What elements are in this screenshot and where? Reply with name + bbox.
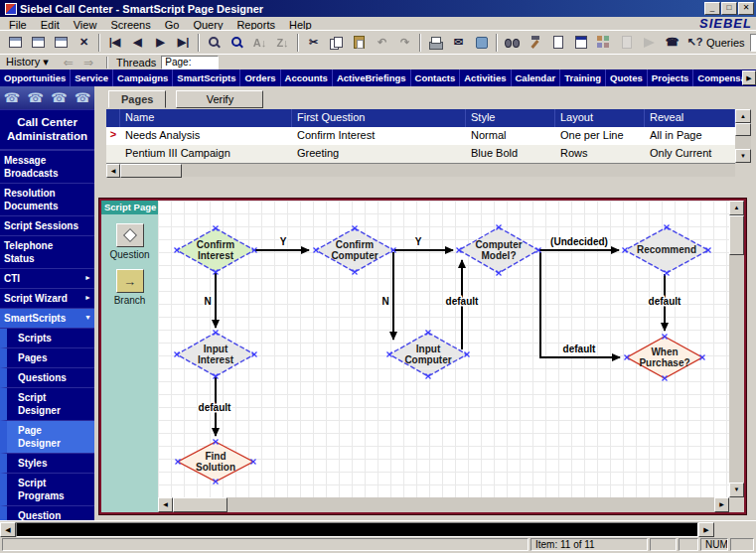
scroll-left-icon[interactable]: ◀ [106,164,120,178]
edit-record-icon[interactable] [50,33,73,53]
branch-tool-button[interactable]: → [116,269,144,293]
screen-tab-service[interactable]: Service [71,69,113,86]
print-icon[interactable] [424,33,447,53]
history-dropdown[interactable]: History ▾ [6,56,49,69]
column-header-name[interactable]: Name [120,109,292,127]
cut-icon[interactable]: ✂ [302,33,325,53]
screen-tab-activebriefings[interactable]: ActiveBriefings [333,69,411,86]
sidebar-item-page-designer[interactable]: Page Designer [0,421,94,454]
sidebar-item-script-wizard[interactable]: Script Wizard► [0,289,94,309]
table-cell[interactable]: Rows [555,145,645,163]
scrollbar-thumb[interactable] [735,123,751,136]
scroll-right-icon[interactable]: ▶ [698,522,714,537]
minimize-button[interactable]: _ [704,2,720,15]
new-record-icon[interactable] [27,33,50,53]
table-vertical-scrollbar[interactable]: ▲ ▼ [735,109,751,163]
find-icon[interactable] [501,33,524,53]
scroll-up-icon[interactable]: ▲ [735,109,751,123]
sidebar-item-cti[interactable]: CTI► [0,269,94,289]
table-cell[interactable]: Confirm Interest [292,127,466,145]
sidebar-item-script-designer[interactable]: Script Designer [0,388,94,421]
share-icon[interactable] [470,33,493,53]
sidebar-item-scripts[interactable]: Scripts [0,329,94,348]
queries-value[interactable] [751,35,756,51]
sidebar-item-script-sessions[interactable]: Script Sessions [0,216,94,236]
next-record-icon[interactable]: ▶ [149,33,172,53]
table-cell[interactable]: One per Line [555,127,645,145]
question-tool-button[interactable] [116,223,144,247]
screen-tab-opportunities[interactable]: Opportunities [0,69,71,86]
screen-tab-orders[interactable]: Orders [240,69,280,86]
execute-query-icon[interactable] [226,33,248,53]
table-row[interactable]: Pentium III CampaignGreetingBlue BoldRow… [106,145,735,163]
scrollbar-thumb[interactable] [173,497,227,512]
new-document-icon[interactable] [546,33,569,53]
last-record-icon[interactable]: ▶| [172,33,195,53]
sidebar-item-pages[interactable]: Pages [0,348,94,368]
app-horizontal-scrollbar[interactable]: ◀ ▶ [0,520,756,537]
tools-icon[interactable] [524,33,546,53]
screen-tab-projects[interactable]: Projects [648,69,694,86]
catalog-icon[interactable] [592,33,615,53]
palette-item-question[interactable]: Question [109,223,149,260]
table-cell[interactable]: Needs Analysis [120,127,292,145]
tab-scroll-right-icon[interactable]: ▶ [742,70,756,85]
copy-icon[interactable] [325,33,348,53]
scroll-left-icon[interactable]: ◀ [158,497,173,512]
palette-item-branch[interactable]: → Branch [114,269,146,306]
menu-file[interactable]: File [2,19,34,31]
screen-tab-accounts[interactable]: Accounts [281,69,333,86]
flow-edge-6[interactable] [540,252,620,357]
flow-node-recommend[interactable]: Recommend [623,225,711,276]
sidebar-item-question-programs[interactable]: Question Programs [0,506,94,520]
scrollbar-thumb[interactable] [120,164,182,178]
queries-combobox[interactable]: ▼ [750,34,756,52]
table-cell[interactable]: Blue Bold [466,145,555,163]
menu-view[interactable]: View [67,19,104,31]
undo-icon[interactable]: ↶ [371,33,393,53]
add-record-icon[interactable] [4,33,27,53]
thread-page-field[interactable]: Page: [161,56,219,69]
menu-reports[interactable]: Reports [229,19,282,31]
screen-tab-campaigns[interactable]: Campaigns [113,69,173,86]
flow-node-confirm-interest[interactable]: ConfirmInterest [175,226,257,275]
table-cell[interactable]: All in Page [645,127,735,145]
scroll-up-icon[interactable]: ▲ [729,201,744,215]
table-cell[interactable]: Normal [466,127,555,145]
menu-edit[interactable]: Edit [34,19,67,31]
table-row[interactable]: >Needs AnalysisConfirm InterestNormalOne… [106,127,735,145]
screen-tab-activities[interactable]: Activities [460,69,511,86]
flow-node-when-purchase[interactable]: WhenPurchase? [625,335,705,381]
tab-verify[interactable]: Verify [176,90,263,108]
flow-node-input-interest[interactable]: InputInterest [175,331,257,379]
flow-node-find-solution[interactable]: FindSolution [176,440,256,484]
redo-icon[interactable]: ↷ [393,33,416,53]
tab-pages[interactable]: Pages [108,90,166,108]
menu-help[interactable]: Help [282,19,319,31]
column-header-layout[interactable]: Layout [555,109,645,127]
sidebar-item-styles[interactable]: Styles [0,454,94,474]
sidebar-item-telephone-status[interactable]: Telephone Status [0,236,94,269]
first-record-icon[interactable]: |◀ [103,33,126,53]
sidebar-item-questions[interactable]: Questions [0,368,94,388]
reports-icon[interactable] [569,33,592,53]
screen-tab-quotes[interactable]: Quotes [606,69,648,86]
table-cell[interactable]: Pentium III Campaign [120,145,292,163]
context-help-icon[interactable]: ↖? [683,33,706,53]
history-back-icon[interactable]: ⇐ [64,56,74,69]
history-forward-icon[interactable]: ⇒ [83,56,93,69]
column-header-first-question[interactable]: First Question [292,109,466,127]
scrollbar-thumb[interactable] [729,215,744,255]
maximize-button[interactable]: □ [721,2,737,15]
call-status-icon[interactable]: ☎ [661,33,683,53]
previous-record-icon[interactable]: ◀ [126,33,149,53]
screen-tab-contacts[interactable]: Contacts [411,69,461,86]
screen-tab-smartscripts[interactable]: SmartScripts [173,69,240,86]
column-header-style[interactable]: Style [466,109,555,127]
sidebar-item-script-programs[interactable]: Script Programs [0,474,94,506]
screen-tab-calendar[interactable]: Calendar [512,69,561,86]
menu-query[interactable]: Query [186,19,229,31]
close-button[interactable]: ✕ [738,2,754,15]
flow-node-input-computer[interactable]: InputComputer [387,331,470,379]
sidebar-item-message-broadcasts[interactable]: Message Broadcasts [0,151,94,184]
